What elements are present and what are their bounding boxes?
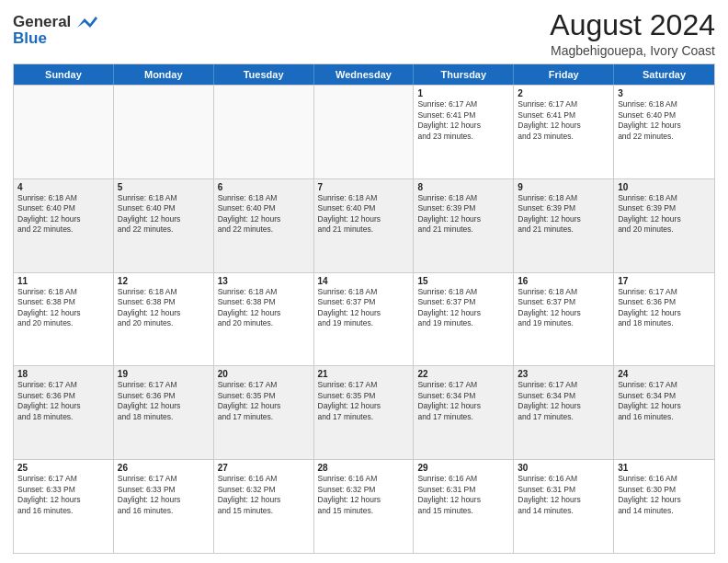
day-number: 3 xyxy=(618,88,711,98)
day-info: Sunrise: 6:17 AM Sunset: 6:34 PM Dayligh… xyxy=(518,380,609,422)
day-number: 9 xyxy=(518,182,609,192)
day-cell-25: 25Sunrise: 6:17 AM Sunset: 6:33 PM Dayli… xyxy=(14,460,114,553)
day-info: Sunrise: 6:17 AM Sunset: 6:34 PM Dayligh… xyxy=(618,380,711,422)
header-day-saturday: Saturday xyxy=(614,64,714,85)
calendar-row-4: 18Sunrise: 6:17 AM Sunset: 6:36 PM Dayli… xyxy=(14,365,714,459)
day-cell-14: 14Sunrise: 6:18 AM Sunset: 6:37 PM Dayli… xyxy=(314,273,415,366)
day-info: Sunrise: 6:16 AM Sunset: 6:32 PM Dayligh… xyxy=(318,474,410,516)
day-number: 15 xyxy=(417,276,509,286)
day-cell-13: 13Sunrise: 6:18 AM Sunset: 6:38 PM Dayli… xyxy=(214,273,314,366)
day-cell-1: 1Sunrise: 6:17 AM Sunset: 6:41 PM Daylig… xyxy=(414,86,514,178)
header-day-friday: Friday xyxy=(514,64,614,85)
day-cell-12: 12Sunrise: 6:18 AM Sunset: 6:38 PM Dayli… xyxy=(114,273,214,366)
day-number: 5 xyxy=(118,182,210,192)
day-cell-3: 3Sunrise: 6:18 AM Sunset: 6:40 PM Daylig… xyxy=(614,86,714,178)
day-info: Sunrise: 6:18 AM Sunset: 6:38 PM Dayligh… xyxy=(17,287,109,329)
calendar-row-3: 11Sunrise: 6:18 AM Sunset: 6:38 PM Dayli… xyxy=(14,272,714,366)
day-info: Sunrise: 6:18 AM Sunset: 6:39 PM Dayligh… xyxy=(518,193,609,236)
day-info: Sunrise: 6:16 AM Sunset: 6:31 PM Dayligh… xyxy=(518,474,609,516)
day-number: 8 xyxy=(417,182,509,192)
logo-bird-icon xyxy=(77,15,97,31)
day-cell-27: 27Sunrise: 6:16 AM Sunset: 6:32 PM Dayli… xyxy=(214,460,314,553)
day-number: 26 xyxy=(118,463,210,473)
day-info: Sunrise: 6:18 AM Sunset: 6:40 PM Dayligh… xyxy=(218,193,310,236)
calendar-header: SundayMondayTuesdayWednesdayThursdayFrid… xyxy=(14,64,714,85)
day-info: Sunrise: 6:17 AM Sunset: 6:41 PM Dayligh… xyxy=(417,99,509,142)
day-info: Sunrise: 6:18 AM Sunset: 6:40 PM Dayligh… xyxy=(618,99,711,142)
day-info: Sunrise: 6:18 AM Sunset: 6:38 PM Dayligh… xyxy=(118,287,210,329)
day-number: 28 xyxy=(318,463,410,473)
day-info: Sunrise: 6:17 AM Sunset: 6:36 PM Dayligh… xyxy=(618,287,711,329)
empty-cell xyxy=(14,86,114,178)
day-info: Sunrise: 6:17 AM Sunset: 6:34 PM Dayligh… xyxy=(417,380,509,422)
day-cell-18: 18Sunrise: 6:17 AM Sunset: 6:36 PM Dayli… xyxy=(14,366,114,459)
day-number: 27 xyxy=(218,463,310,473)
day-info: Sunrise: 6:18 AM Sunset: 6:38 PM Dayligh… xyxy=(218,287,310,329)
subtitle: Magbehigouepa, Ivory Coast xyxy=(550,43,715,58)
day-number: 17 xyxy=(618,276,711,286)
calendar-body: 1Sunrise: 6:17 AM Sunset: 6:41 PM Daylig… xyxy=(14,85,714,553)
day-cell-2: 2Sunrise: 6:17 AM Sunset: 6:41 PM Daylig… xyxy=(514,86,614,178)
day-info: Sunrise: 6:17 AM Sunset: 6:41 PM Dayligh… xyxy=(518,99,609,142)
day-number: 24 xyxy=(618,369,711,379)
day-cell-31: 31Sunrise: 6:16 AM Sunset: 6:30 PM Dayli… xyxy=(614,460,714,553)
day-info: Sunrise: 6:18 AM Sunset: 6:40 PM Dayligh… xyxy=(318,193,410,236)
empty-cell xyxy=(314,86,415,178)
day-number: 4 xyxy=(17,182,109,192)
day-cell-5: 5Sunrise: 6:18 AM Sunset: 6:40 PM Daylig… xyxy=(114,179,214,272)
day-info: Sunrise: 6:17 AM Sunset: 6:36 PM Dayligh… xyxy=(17,380,109,422)
header-day-thursday: Thursday xyxy=(414,64,514,85)
empty-cell xyxy=(214,86,314,178)
logo-general: General xyxy=(13,13,71,30)
day-number: 31 xyxy=(618,463,711,473)
day-cell-15: 15Sunrise: 6:18 AM Sunset: 6:37 PM Dayli… xyxy=(414,273,514,366)
header-day-sunday: Sunday xyxy=(14,64,114,85)
calendar: SundayMondayTuesdayWednesdayThursdayFrid… xyxy=(13,63,715,554)
header: General Blue August 2024 Magbehigouepa, … xyxy=(13,9,715,58)
day-number: 30 xyxy=(518,463,609,473)
day-cell-24: 24Sunrise: 6:17 AM Sunset: 6:34 PM Dayli… xyxy=(614,366,714,459)
day-info: Sunrise: 6:18 AM Sunset: 6:40 PM Dayligh… xyxy=(118,193,210,236)
day-cell-30: 30Sunrise: 6:16 AM Sunset: 6:31 PM Dayli… xyxy=(514,460,614,553)
day-number: 18 xyxy=(17,369,109,379)
day-number: 21 xyxy=(318,369,410,379)
day-number: 7 xyxy=(318,182,410,192)
day-cell-7: 7Sunrise: 6:18 AM Sunset: 6:40 PM Daylig… xyxy=(314,179,415,272)
day-number: 12 xyxy=(118,276,210,286)
calendar-row-5: 25Sunrise: 6:17 AM Sunset: 6:33 PM Dayli… xyxy=(14,459,714,553)
day-info: Sunrise: 6:18 AM Sunset: 6:37 PM Dayligh… xyxy=(518,287,609,329)
day-info: Sunrise: 6:16 AM Sunset: 6:32 PM Dayligh… xyxy=(218,474,310,516)
logo-blue: Blue xyxy=(13,29,97,48)
calendar-row-2: 4Sunrise: 6:18 AM Sunset: 6:40 PM Daylig… xyxy=(14,178,714,272)
header-day-wednesday: Wednesday xyxy=(314,64,415,85)
day-cell-10: 10Sunrise: 6:18 AM Sunset: 6:39 PM Dayli… xyxy=(614,179,714,272)
day-cell-19: 19Sunrise: 6:17 AM Sunset: 6:36 PM Dayli… xyxy=(114,366,214,459)
day-number: 10 xyxy=(618,182,711,192)
day-number: 11 xyxy=(17,276,109,286)
svg-marker-0 xyxy=(77,17,97,28)
day-info: Sunrise: 6:17 AM Sunset: 6:35 PM Dayligh… xyxy=(318,380,410,422)
logo: General Blue xyxy=(13,13,97,47)
day-number: 16 xyxy=(518,276,609,286)
day-info: Sunrise: 6:18 AM Sunset: 6:37 PM Dayligh… xyxy=(417,287,509,329)
calendar-row-1: 1Sunrise: 6:17 AM Sunset: 6:41 PM Daylig… xyxy=(14,85,714,178)
day-number: 19 xyxy=(118,369,210,379)
day-cell-11: 11Sunrise: 6:18 AM Sunset: 6:38 PM Dayli… xyxy=(14,273,114,366)
day-number: 23 xyxy=(518,369,609,379)
day-cell-29: 29Sunrise: 6:16 AM Sunset: 6:31 PM Dayli… xyxy=(414,460,514,553)
header-day-monday: Monday xyxy=(114,64,214,85)
day-number: 6 xyxy=(218,182,310,192)
day-cell-22: 22Sunrise: 6:17 AM Sunset: 6:34 PM Dayli… xyxy=(414,366,514,459)
day-info: Sunrise: 6:16 AM Sunset: 6:30 PM Dayligh… xyxy=(618,474,711,516)
day-number: 13 xyxy=(218,276,310,286)
day-number: 2 xyxy=(518,88,609,98)
day-number: 29 xyxy=(417,463,509,473)
day-cell-6: 6Sunrise: 6:18 AM Sunset: 6:40 PM Daylig… xyxy=(214,179,314,272)
day-info: Sunrise: 6:17 AM Sunset: 6:33 PM Dayligh… xyxy=(17,474,109,516)
title-block: August 2024 Magbehigouepa, Ivory Coast xyxy=(550,9,715,58)
day-number: 14 xyxy=(318,276,410,286)
main-title: August 2024 xyxy=(550,9,715,41)
day-cell-20: 20Sunrise: 6:17 AM Sunset: 6:35 PM Dayli… xyxy=(214,366,314,459)
day-cell-17: 17Sunrise: 6:17 AM Sunset: 6:36 PM Dayli… xyxy=(614,273,714,366)
day-number: 20 xyxy=(218,369,310,379)
